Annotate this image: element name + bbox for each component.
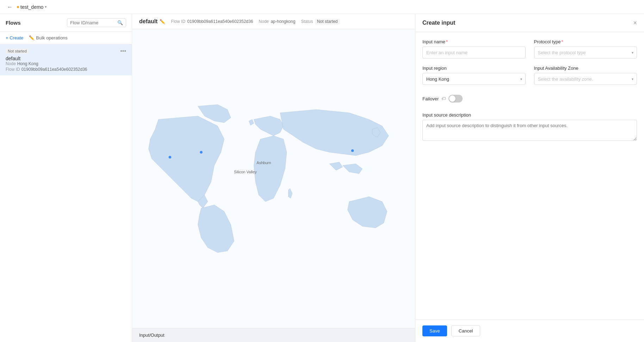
panel-footer: Save Cancel (415, 319, 644, 342)
sidebar-actions: + Create ✏️ Bulk operations (0, 32, 132, 44)
protocol-type-group: Protocol type * Select the protocol type… (534, 39, 637, 58)
search-box[interactable]: 🔍 (67, 18, 126, 27)
io-section-bar: Input/Output (132, 328, 415, 342)
availability-zone-select-wrapper: Select the availability zone. Zone 1 Zon… (534, 73, 637, 85)
app-name-container: test_demo ▾ (17, 4, 47, 10)
input-source-description-field[interactable] (422, 120, 637, 141)
failover-label: Failover (422, 96, 439, 101)
save-button[interactable]: Save (422, 325, 447, 336)
failover-toggle[interactable] (448, 95, 463, 102)
protocol-type-select-wrapper: Select the protocol type RTMP RTP SRT ▾ (534, 46, 637, 58)
dropdown-chevron[interactable]: ▾ (45, 5, 47, 9)
availability-zone-select[interactable]: Select the availability zone. Zone 1 Zon… (534, 73, 637, 85)
edit-icon[interactable]: ✏️ (160, 19, 165, 24)
flow-title-text: default (139, 18, 157, 25)
input-name-field[interactable] (422, 46, 526, 58)
flow-title-container: default ✏️ (139, 18, 165, 25)
availability-zone-group: Input Availability Zone Select the avail… (534, 66, 637, 85)
form-grid: Input name * Protocol type * Select the … (422, 39, 637, 141)
input-source-description-group: Input source description (422, 112, 637, 141)
svg-point-2 (351, 149, 354, 152)
map-container: Silicon Valley Ashburn (132, 29, 415, 328)
input-region-group: Input region Hong Kong Singapore Tokyo ▾ (422, 66, 526, 85)
close-panel-button[interactable]: × (633, 20, 637, 26)
input-region-select-wrapper: Hong Kong Singapore Tokyo ▾ (422, 73, 526, 85)
panel-header: Create input × (415, 14, 644, 32)
create-button[interactable]: + Create (6, 35, 23, 41)
svg-point-0 (169, 156, 171, 158)
input-name-label: Input name * (422, 39, 526, 44)
panel-title: Create input (422, 20, 455, 26)
ashburn-label: Ashburn (256, 161, 271, 165)
sidebar-header: Flows 🔍 (0, 14, 132, 32)
availability-zone-label: Input Availability Zone (534, 66, 637, 71)
protocol-type-label: Protocol type * (534, 39, 637, 44)
unsaved-indicator (17, 6, 19, 8)
flow-status-badge: Not started (6, 49, 29, 54)
failover-group: Failover 🏷 (422, 92, 637, 105)
flow-id-meta: Flow ID 01909bb09a611ea540e602352d36 (171, 19, 253, 24)
sidebar-title: Flows (6, 20, 21, 26)
io-section-label: Input/Output (139, 332, 165, 338)
tag-icon: 🏷 (441, 96, 446, 101)
search-icon: 🔍 (117, 20, 123, 25)
flow-list-item[interactable]: Not started ••• default Node Hong Kong F… (0, 44, 132, 75)
flow-item-header: Not started ••• (6, 48, 126, 54)
content-header: default ✏️ Flow ID 01909bb09a611ea540e60… (132, 14, 415, 29)
search-input[interactable] (70, 20, 116, 25)
node-meta: Node ap-hongkong (259, 19, 295, 24)
required-star: * (446, 39, 448, 44)
svg-point-1 (200, 151, 202, 154)
silicon-valley-label: Silicon Valley (234, 170, 257, 174)
input-region-select[interactable]: Hong Kong Singapore Tokyo (422, 73, 526, 85)
meta-bar: Flow ID 01909bb09a611ea540e602352d36 Nod… (171, 19, 340, 24)
create-input-panel: Create input × Input name * Protocol typ… (415, 14, 644, 342)
app-title: test_demo (20, 4, 43, 10)
flow-meta: Node Hong Kong Flow ID 01909bb09a611ea54… (6, 61, 126, 72)
input-region-label: Input region (422, 66, 526, 71)
sidebar: Flows 🔍 + Create ✏️ Bulk operations Not … (0, 14, 132, 342)
flow-more-button[interactable]: ••• (120, 48, 126, 54)
failover-row: Failover 🏷 (422, 95, 637, 102)
back-button[interactable]: ← (6, 2, 14, 12)
content-area: default ✏️ Flow ID 01909bb09a611ea540e60… (132, 14, 415, 342)
flow-name: default (6, 56, 126, 61)
cancel-button[interactable]: Cancel (451, 325, 480, 336)
bulk-operations-button[interactable]: ✏️ Bulk operations (29, 35, 68, 41)
protocol-type-select[interactable]: Select the protocol type RTMP RTP SRT (534, 46, 637, 58)
input-name-group: Input name * (422, 39, 526, 58)
pencil-icon: ✏️ (29, 35, 35, 41)
panel-body: Input name * Protocol type * Select the … (415, 32, 644, 319)
status-meta: Status Not started (301, 19, 340, 24)
required-star-2: * (561, 39, 563, 44)
input-source-description-label: Input source description (422, 112, 637, 118)
